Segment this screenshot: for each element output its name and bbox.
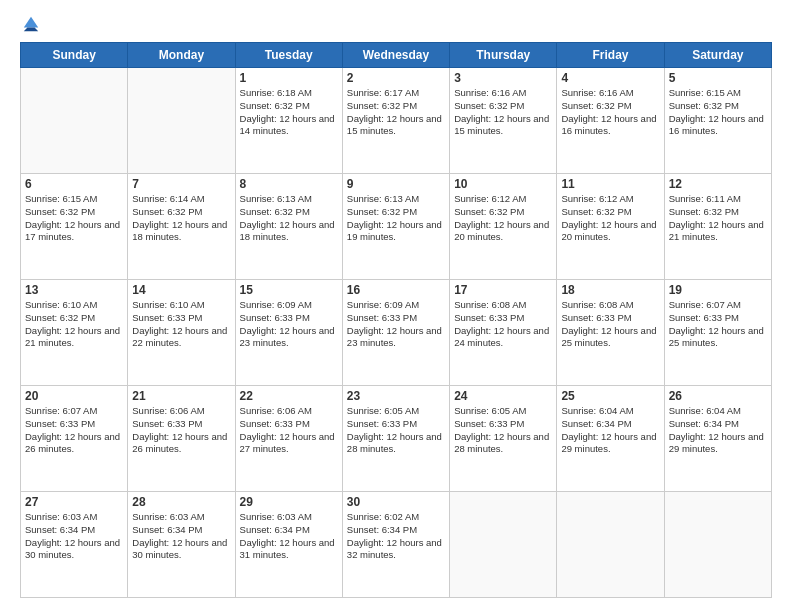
day-number: 14: [132, 283, 230, 297]
calendar-cell: [557, 492, 664, 598]
calendar-cell: 28Sunrise: 6:03 AMSunset: 6:34 PMDayligh…: [128, 492, 235, 598]
calendar-cell: 14Sunrise: 6:10 AMSunset: 6:33 PMDayligh…: [128, 280, 235, 386]
day-info: Sunrise: 6:10 AMSunset: 6:33 PMDaylight:…: [132, 299, 230, 350]
day-number: 20: [25, 389, 123, 403]
calendar-cell: 30Sunrise: 6:02 AMSunset: 6:34 PMDayligh…: [342, 492, 449, 598]
calendar-cell: 25Sunrise: 6:04 AMSunset: 6:34 PMDayligh…: [557, 386, 664, 492]
day-number: 2: [347, 71, 445, 85]
calendar-cell: 6Sunrise: 6:15 AMSunset: 6:32 PMDaylight…: [21, 174, 128, 280]
calendar-cell: 1Sunrise: 6:18 AMSunset: 6:32 PMDaylight…: [235, 68, 342, 174]
day-info: Sunrise: 6:11 AMSunset: 6:32 PMDaylight:…: [669, 193, 767, 244]
calendar-cell: 26Sunrise: 6:04 AMSunset: 6:34 PMDayligh…: [664, 386, 771, 492]
logo: [20, 18, 40, 32]
weekday-header-tuesday: Tuesday: [235, 43, 342, 68]
calendar-cell: 10Sunrise: 6:12 AMSunset: 6:32 PMDayligh…: [450, 174, 557, 280]
calendar-table: SundayMondayTuesdayWednesdayThursdayFrid…: [20, 42, 772, 598]
calendar-cell: 27Sunrise: 6:03 AMSunset: 6:34 PMDayligh…: [21, 492, 128, 598]
day-number: 25: [561, 389, 659, 403]
day-info: Sunrise: 6:03 AMSunset: 6:34 PMDaylight:…: [132, 511, 230, 562]
day-number: 22: [240, 389, 338, 403]
day-info: Sunrise: 6:07 AMSunset: 6:33 PMDaylight:…: [25, 405, 123, 456]
calendar-cell: 2Sunrise: 6:17 AMSunset: 6:32 PMDaylight…: [342, 68, 449, 174]
day-number: 4: [561, 71, 659, 85]
day-info: Sunrise: 6:16 AMSunset: 6:32 PMDaylight:…: [561, 87, 659, 138]
day-info: Sunrise: 6:04 AMSunset: 6:34 PMDaylight:…: [669, 405, 767, 456]
day-info: Sunrise: 6:09 AMSunset: 6:33 PMDaylight:…: [240, 299, 338, 350]
day-number: 5: [669, 71, 767, 85]
day-number: 19: [669, 283, 767, 297]
calendar-week-3: 13Sunrise: 6:10 AMSunset: 6:32 PMDayligh…: [21, 280, 772, 386]
day-info: Sunrise: 6:02 AMSunset: 6:34 PMDaylight:…: [347, 511, 445, 562]
day-info: Sunrise: 6:03 AMSunset: 6:34 PMDaylight:…: [25, 511, 123, 562]
day-number: 9: [347, 177, 445, 191]
calendar-cell: 15Sunrise: 6:09 AMSunset: 6:33 PMDayligh…: [235, 280, 342, 386]
day-info: Sunrise: 6:13 AMSunset: 6:32 PMDaylight:…: [347, 193, 445, 244]
calendar-cell: 7Sunrise: 6:14 AMSunset: 6:32 PMDaylight…: [128, 174, 235, 280]
weekday-header-saturday: Saturday: [664, 43, 771, 68]
calendar-cell: 13Sunrise: 6:10 AMSunset: 6:32 PMDayligh…: [21, 280, 128, 386]
day-info: Sunrise: 6:05 AMSunset: 6:33 PMDaylight:…: [454, 405, 552, 456]
day-number: 11: [561, 177, 659, 191]
calendar-cell: 21Sunrise: 6:06 AMSunset: 6:33 PMDayligh…: [128, 386, 235, 492]
day-info: Sunrise: 6:14 AMSunset: 6:32 PMDaylight:…: [132, 193, 230, 244]
day-number: 23: [347, 389, 445, 403]
day-info: Sunrise: 6:12 AMSunset: 6:32 PMDaylight:…: [454, 193, 552, 244]
calendar-cell: [21, 68, 128, 174]
calendar-week-2: 6Sunrise: 6:15 AMSunset: 6:32 PMDaylight…: [21, 174, 772, 280]
calendar-cell: 23Sunrise: 6:05 AMSunset: 6:33 PMDayligh…: [342, 386, 449, 492]
calendar-cell: 12Sunrise: 6:11 AMSunset: 6:32 PMDayligh…: [664, 174, 771, 280]
calendar-cell: 16Sunrise: 6:09 AMSunset: 6:33 PMDayligh…: [342, 280, 449, 386]
day-number: 10: [454, 177, 552, 191]
weekday-header-sunday: Sunday: [21, 43, 128, 68]
calendar-cell: 18Sunrise: 6:08 AMSunset: 6:33 PMDayligh…: [557, 280, 664, 386]
calendar-week-1: 1Sunrise: 6:18 AMSunset: 6:32 PMDaylight…: [21, 68, 772, 174]
day-info: Sunrise: 6:04 AMSunset: 6:34 PMDaylight:…: [561, 405, 659, 456]
day-info: Sunrise: 6:10 AMSunset: 6:32 PMDaylight:…: [25, 299, 123, 350]
header: [20, 18, 772, 32]
day-info: Sunrise: 6:16 AMSunset: 6:32 PMDaylight:…: [454, 87, 552, 138]
day-number: 1: [240, 71, 338, 85]
page: SundayMondayTuesdayWednesdayThursdayFrid…: [0, 0, 792, 612]
day-number: 27: [25, 495, 123, 509]
day-info: Sunrise: 6:17 AMSunset: 6:32 PMDaylight:…: [347, 87, 445, 138]
calendar-cell: 20Sunrise: 6:07 AMSunset: 6:33 PMDayligh…: [21, 386, 128, 492]
logo-text: [20, 18, 40, 36]
calendar-cell: 8Sunrise: 6:13 AMSunset: 6:32 PMDaylight…: [235, 174, 342, 280]
day-number: 29: [240, 495, 338, 509]
weekday-header-friday: Friday: [557, 43, 664, 68]
svg-marker-1: [24, 28, 38, 32]
calendar-cell: 24Sunrise: 6:05 AMSunset: 6:33 PMDayligh…: [450, 386, 557, 492]
day-number: 3: [454, 71, 552, 85]
day-number: 28: [132, 495, 230, 509]
day-info: Sunrise: 6:07 AMSunset: 6:33 PMDaylight:…: [669, 299, 767, 350]
day-number: 12: [669, 177, 767, 191]
day-number: 26: [669, 389, 767, 403]
calendar-cell: [450, 492, 557, 598]
day-number: 6: [25, 177, 123, 191]
day-number: 15: [240, 283, 338, 297]
calendar-cell: 3Sunrise: 6:16 AMSunset: 6:32 PMDaylight…: [450, 68, 557, 174]
day-info: Sunrise: 6:09 AMSunset: 6:33 PMDaylight:…: [347, 299, 445, 350]
calendar-cell: [664, 492, 771, 598]
weekday-header-monday: Monday: [128, 43, 235, 68]
calendar-week-5: 27Sunrise: 6:03 AMSunset: 6:34 PMDayligh…: [21, 492, 772, 598]
day-number: 17: [454, 283, 552, 297]
day-info: Sunrise: 6:08 AMSunset: 6:33 PMDaylight:…: [561, 299, 659, 350]
day-info: Sunrise: 6:08 AMSunset: 6:33 PMDaylight:…: [454, 299, 552, 350]
svg-marker-0: [24, 17, 38, 28]
calendar-cell: 9Sunrise: 6:13 AMSunset: 6:32 PMDaylight…: [342, 174, 449, 280]
day-number: 18: [561, 283, 659, 297]
day-number: 7: [132, 177, 230, 191]
day-info: Sunrise: 6:06 AMSunset: 6:33 PMDaylight:…: [132, 405, 230, 456]
day-info: Sunrise: 6:06 AMSunset: 6:33 PMDaylight:…: [240, 405, 338, 456]
calendar-cell: 29Sunrise: 6:03 AMSunset: 6:34 PMDayligh…: [235, 492, 342, 598]
day-number: 8: [240, 177, 338, 191]
day-info: Sunrise: 6:18 AMSunset: 6:32 PMDaylight:…: [240, 87, 338, 138]
day-info: Sunrise: 6:03 AMSunset: 6:34 PMDaylight:…: [240, 511, 338, 562]
logo-icon: [22, 15, 40, 33]
day-info: Sunrise: 6:05 AMSunset: 6:33 PMDaylight:…: [347, 405, 445, 456]
calendar-cell: 11Sunrise: 6:12 AMSunset: 6:32 PMDayligh…: [557, 174, 664, 280]
calendar-cell: 17Sunrise: 6:08 AMSunset: 6:33 PMDayligh…: [450, 280, 557, 386]
calendar-cell: [128, 68, 235, 174]
day-number: 30: [347, 495, 445, 509]
